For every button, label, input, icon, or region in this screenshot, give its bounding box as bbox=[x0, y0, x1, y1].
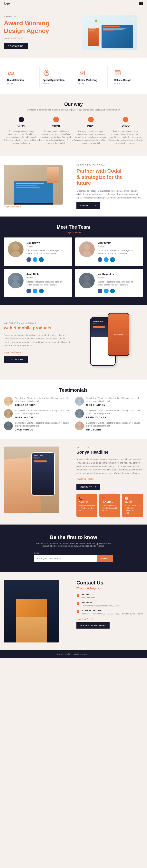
our-way-section: Our way Our team is committed to making … bbox=[0, 94, 147, 156]
hero-title: Award Winning Design Agency bbox=[4, 20, 71, 34]
partner-right: PARTNER WITH CODAL Partner with Codal & … bbox=[77, 164, 143, 209]
about-cta-button[interactable]: CONTACT US bbox=[77, 484, 100, 490]
facebook-icon-bob[interactable]: f bbox=[26, 257, 31, 262]
service-more-speed[interactable]: MORE bbox=[42, 83, 69, 85]
team-role-bob: Position bbox=[26, 245, 68, 247]
svg-point-21 bbox=[7, 410, 10, 414]
twitter-icon-bob[interactable]: t bbox=[33, 257, 37, 262]
web-mobile-section: WE CREATE AND IMPROVE web & mobile produ… bbox=[0, 305, 147, 379]
web-source: Image from Freepik bbox=[4, 351, 70, 353]
phone-right: App Preview bbox=[108, 313, 129, 356]
location-icon: 📍 bbox=[102, 496, 118, 500]
svg-point-17 bbox=[7, 398, 10, 402]
phone-mockups: We are a Web Agency CONTACT US App Previ… bbox=[90, 313, 129, 372]
service-title-cloud: Cloud Solution bbox=[7, 79, 33, 82]
service-more-website[interactable]: MORE bbox=[114, 83, 140, 85]
testimonial-text-3: Sample text. Click to select the text bo… bbox=[86, 409, 143, 415]
header: logo bbox=[0, 0, 147, 7]
testimonial-name-2: OLGA IVANOVA bbox=[15, 416, 72, 418]
timeline-year-2019: 2019 bbox=[4, 124, 39, 128]
web-right: We are a Web Agency CONTACT US App Previ… bbox=[77, 313, 143, 372]
contact-phone-item: 📞 Phone: (505)-451-4687 bbox=[77, 593, 143, 599]
service-more-cloud[interactable]: MORE bbox=[7, 83, 33, 85]
twitter-icon-mary[interactable]: t bbox=[104, 257, 109, 262]
team-socials-mary: f t in bbox=[98, 257, 139, 262]
timeline-year-2020: 2020 bbox=[39, 124, 74, 128]
hero-right: 🍃 bbox=[76, 15, 143, 50]
testimonials-title: Testimonials bbox=[4, 388, 143, 393]
newsletter-email-input[interactable] bbox=[34, 555, 97, 562]
timeline-dot-2020 bbox=[53, 117, 59, 122]
service-more-marketing[interactable]: MORE bbox=[78, 83, 105, 85]
team-info-janh: Janh Bich Position Click to select the t… bbox=[26, 273, 68, 293]
service-card-marketing: Online Marketing MORE bbox=[75, 66, 108, 88]
team-role-janh: Position bbox=[26, 277, 68, 279]
timeline-text-2021: Focusing operational change management c… bbox=[74, 130, 108, 145]
linkedin-icon-janh[interactable]: in bbox=[39, 289, 44, 293]
partner-source: Image from Freepik bbox=[4, 206, 70, 208]
testimonial-content-2: Sample text. Click to select the text bo… bbox=[15, 409, 72, 418]
contact-address-text: 121 Washington str, Washington str, 3252… bbox=[82, 604, 119, 607]
team-socials-janh: f t in bbox=[26, 289, 68, 293]
svg-point-23 bbox=[78, 410, 81, 414]
facebook-icon-janh[interactable]: f bbox=[26, 289, 31, 293]
web-cta-button[interactable]: CONTACT US bbox=[4, 356, 28, 363]
contact-phone-label: Phone: bbox=[82, 593, 95, 596]
contact-subtitle: We are a Web Agency bbox=[77, 587, 143, 590]
footer-text: Copyright © 2022. All rights reserved. bbox=[4, 653, 143, 655]
svg-point-12 bbox=[83, 251, 91, 257]
newsletter-submit-button[interactable]: SUBMIT bbox=[97, 555, 113, 562]
timeline-text-2019: Focusing operational change management c… bbox=[4, 130, 39, 145]
avatar-olga bbox=[4, 409, 13, 418]
contact-cta-button[interactable]: BOOK CONSULATION bbox=[77, 622, 110, 628]
linkedin-icon-mary[interactable]: in bbox=[110, 257, 115, 262]
about-right: ABOUT US Sonya Headline Absunt quidem it… bbox=[77, 446, 143, 517]
contact-hours-info: Working Hours: Monday — Thursday 08:00 —… bbox=[82, 610, 143, 615]
team-socials-nat: f t in bbox=[98, 289, 139, 293]
team-name-bob: Bob Brown bbox=[26, 241, 68, 244]
testimonial-content-0: Sample text. Click to select the text bo… bbox=[15, 397, 72, 406]
hero-devices: 🍃 bbox=[82, 15, 137, 50]
team-source: Image by Freepik bbox=[4, 231, 143, 234]
hero-cta-button[interactable]: CONTACT US bbox=[4, 43, 28, 50]
about-image: We are a Web Agency bbox=[4, 446, 59, 513]
device-tablet bbox=[101, 25, 133, 48]
contact-right: Contact Us We are a Web Agency 📞 Phone: … bbox=[77, 580, 143, 628]
contact-phone-info: Phone: (505)-451-4687 bbox=[82, 593, 95, 599]
newsletter-inner: Be the first to know Semper sollicitudin… bbox=[4, 534, 143, 562]
contact-title: Contact Us bbox=[77, 580, 143, 586]
info-box-hours: 🕐 HOURS Mon — Thu: 9:00 — 17:00 Friday —… bbox=[122, 494, 143, 517]
about-text: Absunt quidem itemque dignitas highest n… bbox=[77, 458, 143, 475]
avatar-stella bbox=[4, 397, 13, 406]
menu-button[interactable] bbox=[139, 2, 143, 5]
linkedin-icon-nat[interactable]: in bbox=[110, 289, 115, 293]
team-name-mary: Mary Smith bbox=[98, 241, 139, 244]
address-contact-icon bbox=[77, 602, 80, 605]
website-icon bbox=[114, 69, 121, 77]
team-name-nat: Nat Reynolds bbox=[98, 273, 139, 276]
testimonial-item-5: Sample text. Click to select the text bo… bbox=[75, 422, 143, 431]
partner-cta-button[interactable]: CONTACT US bbox=[77, 203, 100, 209]
hero-title-line2: Design Agency bbox=[4, 27, 49, 34]
facebook-icon-nat[interactable]: f bbox=[98, 289, 102, 293]
partner-img-inner bbox=[4, 165, 63, 205]
twitter-icon-janh[interactable]: t bbox=[33, 289, 37, 293]
footer: Copyright © 2022. All rights reserved. bbox=[0, 650, 147, 658]
svg-rect-4 bbox=[80, 71, 85, 75]
team-card-nat: Nat Reynolds Position Click to select th… bbox=[75, 269, 143, 297]
timeline-year-2021: 2021 bbox=[74, 124, 108, 128]
partner-label: PARTNER WITH CODAL bbox=[77, 164, 143, 166]
team-role-nat: Position bbox=[98, 277, 139, 279]
team-bio-janh: Click to select the text box. click agai… bbox=[26, 280, 68, 286]
twitter-icon-nat[interactable]: t bbox=[104, 289, 109, 293]
svg-point-1 bbox=[8, 72, 11, 74]
contact-section: Contact Us We are a Web Agency 📞 Phone: … bbox=[0, 572, 147, 650]
timeline-dot-2022 bbox=[123, 117, 128, 122]
email-label: Email bbox=[34, 552, 113, 554]
testimonial-name-0: STELLA LARSON bbox=[15, 404, 72, 406]
timeline-text-2022: Focusing operational change management c… bbox=[108, 130, 143, 145]
service-title-speed: Speed Optimization bbox=[42, 79, 69, 82]
contact-hours-label: Working Hours: bbox=[82, 610, 143, 612]
facebook-icon-mary[interactable]: f bbox=[98, 257, 102, 262]
linkedin-icon-bob[interactable]: in bbox=[39, 257, 44, 262]
